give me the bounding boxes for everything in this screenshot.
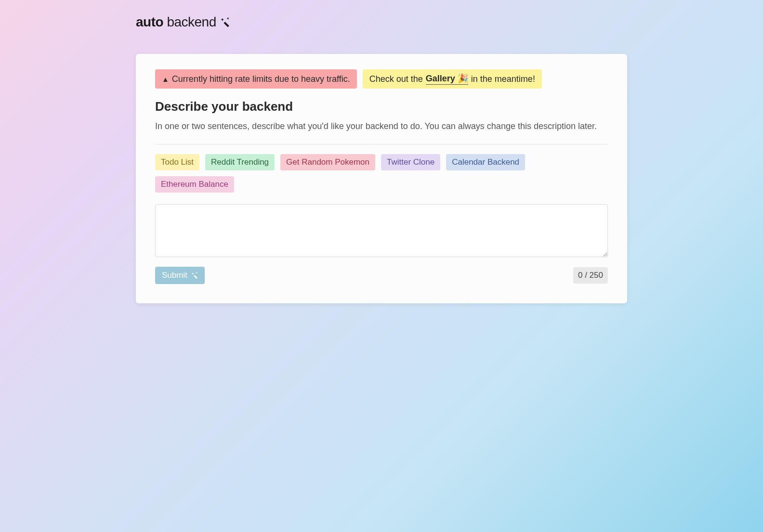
example-chips: Todo ListReddit TrendingGet Random Pokem… [155,154,608,193]
example-chip[interactable]: Reddit Trending [205,154,275,170]
gallery-link[interactable]: Gallery 🎉 [426,73,468,85]
info-suffix: in the meantime! [471,74,535,84]
rate-limit-alert: ▲ Currently hitting rate limits due to h… [155,69,357,89]
example-chip[interactable]: Todo List [155,154,199,170]
submit-button[interactable]: Submit [155,267,205,284]
wand-icon [191,272,198,279]
warning-text: Currently hitting rate limits due to hea… [172,74,350,84]
description-input[interactable] [155,204,608,257]
wand-icon [220,17,230,27]
example-chip[interactable]: Calendar Backend [446,154,525,170]
app-logo[interactable]: auto backend [136,14,627,30]
info-prefix: Check out the [369,74,423,84]
example-chip[interactable]: Twitter Clone [381,154,440,170]
gallery-alert: Check out the Gallery 🎉 in the meantime! [363,69,542,89]
character-count: 0 / 250 [573,267,608,284]
form-footer: Submit 0 / 250 [155,267,608,284]
warning-icon: ▲ [162,75,169,83]
logo-text: auto backend [136,14,216,30]
example-chip[interactable]: Ethereum Balance [155,176,234,193]
divider [155,144,608,144]
main-card: ▲ Currently hitting rate limits due to h… [136,54,627,303]
page-title: Describe your backend [155,99,608,114]
alerts-row: ▲ Currently hitting rate limits due to h… [155,69,608,89]
page-subtitle: In one or two sentences, describe what y… [155,120,608,133]
example-chip[interactable]: Get Random Pokemon [280,154,375,170]
submit-label: Submit [162,271,187,280]
